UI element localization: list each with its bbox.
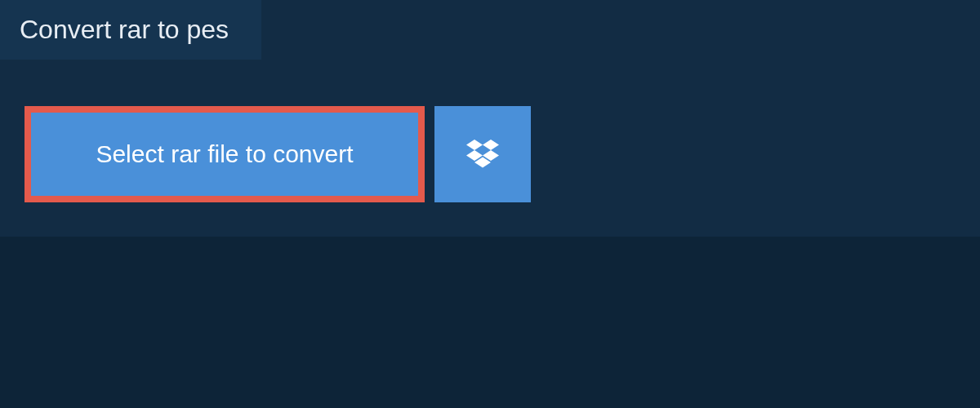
tab-convert-rar-to-pes[interactable]: Convert rar to pes — [0, 0, 261, 60]
file-select-row: Select rar file to convert — [24, 106, 531, 202]
dropbox-icon — [466, 140, 499, 169]
select-file-button[interactable]: Select rar file to convert — [24, 106, 425, 202]
tab-title: Convert rar to pes — [20, 15, 229, 44]
converter-panel: Convert rar to pes Select rar file to co… — [0, 0, 980, 237]
select-file-label: Select rar file to convert — [96, 140, 353, 168]
dropbox-button[interactable] — [434, 106, 531, 202]
